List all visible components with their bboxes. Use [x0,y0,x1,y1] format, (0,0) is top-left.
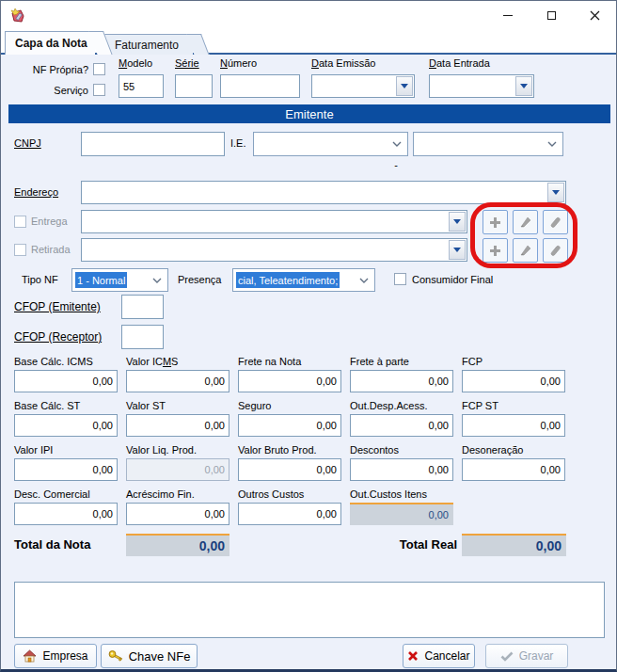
cnpj-input[interactable] [81,132,225,156]
maximize-button[interactable] [530,1,573,29]
close-icon [590,10,600,21]
titlebar [1,1,616,29]
total-da-nota-label: Total da Nota [14,537,90,552]
ie-combo-2[interactable] [413,132,563,156]
entrega-checkbox[interactable] [14,216,26,228]
app-icon [9,8,25,24]
house-icon [23,649,37,663]
fcp-st-input[interactable] [462,414,565,437]
servico-label: Serviço [10,85,88,96]
dash-text: - [382,159,410,170]
retirada-edit-button[interactable] [513,238,538,263]
consumidor-final-label: Consumidor Final [412,274,493,285]
out-desp-acess-input[interactable] [350,414,453,437]
entrega-combo[interactable] [81,210,467,233]
pen-icon [519,216,532,229]
base-calc-icms-input[interactable] [14,370,118,392]
base-calc-st-label: Base Cálc. ST [14,400,80,411]
valor-bruto-prod-label: Valor Bruto Prod. [238,444,317,456]
data-entrada-label: Data Entrada [429,57,490,69]
chave-nfe-button[interactable]: Chave NFe [101,644,198,668]
invoice-window: Capa da Nota Faturamento NF Própria? Ser… [0,0,617,672]
modelo-label: Modelo [119,57,152,69]
cfop-receptor-input[interactable] [121,325,164,349]
ie-combo-1[interactable] [253,132,408,156]
cfop-emitente-input[interactable] [121,295,164,319]
descontos-input[interactable] [350,458,453,481]
minimize-button[interactable] [486,1,530,29]
seguro-label: Seguro [238,400,271,411]
fcp-input[interactable] [462,370,565,392]
out-custos-itens-label: Out.Custos Itens [350,488,427,500]
valor-liq-prod-label: Valor Liq. Prod. [126,444,197,456]
data-emissao-combo[interactable] [311,74,415,98]
data-emissao-label: Data Emissão [311,57,375,69]
cancelar-button[interactable]: Cancelar [403,644,475,668]
presenca-combo[interactable]: cial, Teleatendimento; [232,268,375,292]
desc-comercial-input[interactable] [14,503,118,525]
observacoes-textarea[interactable] [14,582,605,638]
presenca-label: Presença [178,274,221,285]
valor-bruto-prod-input[interactable] [238,458,341,481]
tipo-nf-label: Tipo NF [22,274,58,285]
gravar-button[interactable]: Gravar [485,644,568,668]
chave-nfe-button-label: Chave NFe [129,649,191,664]
endereco-label: Endereço [14,186,58,198]
cfop-emitente-label: CFOP (Emitente) [14,300,101,313]
dropdown-arrow-icon [453,248,461,252]
tipo-nf-combo[interactable]: 1 - Normal [71,268,168,292]
plus-icon [489,216,501,229]
empresa-button[interactable]: Empresa [14,644,97,668]
entrega-add-button[interactable] [483,210,508,234]
fcp-label: FCP [462,356,483,367]
red-x-icon [407,650,419,662]
valor-st-input[interactable] [126,414,229,437]
plus-icon [489,245,501,257]
chevron-down-icon [392,141,402,147]
chevron-down-icon [152,278,162,283]
valor-icms-input[interactable] [126,370,229,392]
tab-bar: Capa da Nota Faturamento [1,29,616,55]
dropdown-button[interactable] [449,212,466,232]
ie-label: I.E. [230,137,246,149]
servico-checkbox[interactable] [93,84,105,96]
pen-icon [519,244,532,257]
dropdown-button[interactable] [515,76,532,96]
base-calc-st-input[interactable] [14,414,118,437]
retirada-checkbox[interactable] [14,244,26,256]
empresa-button-label: Empresa [42,649,87,663]
retirada-clear-button[interactable] [543,238,568,263]
frete-a-parte-input[interactable] [350,370,453,392]
data-entrada-combo[interactable] [429,74,534,98]
dropdown-button[interactable] [449,240,466,260]
modelo-input[interactable] [119,74,164,98]
tab-faturamento-label: Faturamento [115,39,179,52]
close-button[interactable] [573,1,616,29]
frete-na-nota-input[interactable] [238,370,341,392]
consumidor-final-checkbox[interactable] [394,273,406,285]
valor-ipi-input[interactable] [14,458,118,481]
tipo-nf-value: 1 - Normal [75,272,127,288]
numero-input[interactable] [220,74,300,98]
serie-input[interactable] [175,74,213,98]
outros-custos-input[interactable] [238,503,341,525]
tab-capa-da-nota[interactable]: Capa da Nota [5,31,95,55]
retirada-combo[interactable] [81,238,467,262]
dropdown-button[interactable] [547,183,564,202]
retirada-add-button[interactable] [483,238,508,263]
entrega-clear-button[interactable] [543,210,568,234]
tab-faturamento[interactable]: Faturamento [104,34,193,55]
valor-icms-label: Valor ICMS [126,356,178,367]
dropdown-button[interactable] [396,76,413,96]
base-calc-icms-label: Base Cálc. ICMS [14,356,93,367]
desc-comercial-label: Desc. Comercial [14,488,90,500]
dropdown-arrow-icon [520,84,528,88]
nf-propria-checkbox[interactable] [93,63,105,75]
desoneracao-input[interactable] [462,458,565,481]
acrescimo-fin-input[interactable] [126,503,229,525]
descontos-label: Descontos [350,444,399,456]
seguro-input[interactable] [238,414,341,437]
total-real-label: Total Real [354,537,457,552]
entrega-edit-button[interactable] [513,210,538,234]
endereco-combo[interactable] [81,181,566,204]
